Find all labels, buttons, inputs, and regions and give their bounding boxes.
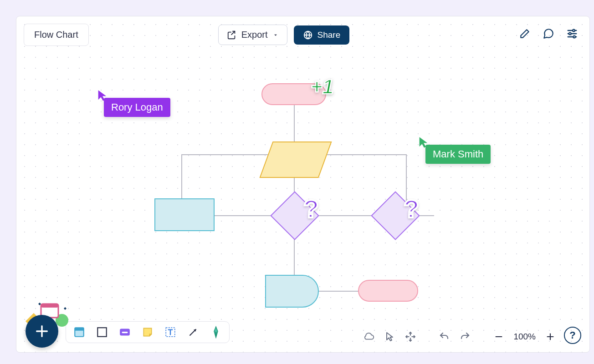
svg-rect-18 xyxy=(122,332,128,333)
zoom-out-button[interactable] xyxy=(492,330,505,343)
document-title[interactable]: Flow Chart xyxy=(24,24,89,46)
collaborator-name-green: Mark Smith xyxy=(433,148,483,160)
pointer-tool-icon[interactable] xyxy=(383,330,396,343)
shape-tray xyxy=(66,321,230,343)
svg-point-5 xyxy=(569,33,571,35)
chevron-down-icon xyxy=(272,32,279,38)
zoom-level[interactable]: 100% xyxy=(513,332,536,342)
reaction-question-left-text: ? xyxy=(303,194,319,223)
tool-card-icon[interactable] xyxy=(118,325,132,339)
cloud-sync-icon[interactable] xyxy=(362,330,375,343)
tool-pen-icon[interactable] xyxy=(209,325,223,339)
share-button[interactable]: Share xyxy=(294,25,350,45)
export-icon xyxy=(227,30,237,40)
export-label: Export xyxy=(241,30,268,40)
svg-rect-15 xyxy=(75,328,84,331)
flow-shape-delay[interactable] xyxy=(265,275,319,308)
collaborator-name-purple: Rory Logan xyxy=(111,101,163,113)
add-shape-button[interactable] xyxy=(26,315,58,348)
svg-point-7 xyxy=(573,36,575,38)
export-button[interactable]: Export xyxy=(218,25,287,45)
svg-rect-16 xyxy=(97,328,107,337)
svg-point-3 xyxy=(573,30,575,32)
reaction-question-right: ? xyxy=(404,194,419,223)
reaction-plus-one-text: +1 xyxy=(311,76,333,98)
reaction-question-right-text: ? xyxy=(404,194,419,223)
plus-icon xyxy=(34,324,50,339)
pan-tool-icon[interactable] xyxy=(404,330,417,343)
flow-shape-terminator-end[interactable] xyxy=(358,280,418,302)
document-title-text: Flow Chart xyxy=(34,30,78,40)
tool-frame-icon[interactable] xyxy=(72,325,86,339)
top-right-controls xyxy=(517,26,579,41)
flow-shape-process[interactable] xyxy=(154,198,215,231)
zoom-in-button[interactable] xyxy=(544,330,557,343)
tool-arrow-icon[interactable] xyxy=(186,325,200,339)
collaborator-label-green: Mark Smith xyxy=(425,145,491,164)
app-frame: Flow Chart Export Share xyxy=(16,16,590,353)
edit-button[interactable] xyxy=(517,26,532,41)
settings-button[interactable] xyxy=(565,26,579,41)
tool-sticky-icon[interactable] xyxy=(141,325,154,339)
redo-button[interactable] xyxy=(459,330,471,343)
help-button[interactable]: ? xyxy=(564,327,581,344)
top-bar: Flow Chart Export Share xyxy=(24,24,349,46)
globe-icon xyxy=(303,30,313,40)
reaction-plus-one: +1 xyxy=(311,76,333,98)
comments-button[interactable] xyxy=(541,26,556,41)
reaction-question-left: ? xyxy=(303,194,319,223)
share-label: Share xyxy=(317,30,341,40)
help-icon: ? xyxy=(569,329,575,341)
view-tray: 100% xyxy=(362,330,557,343)
tool-text-icon[interactable] xyxy=(164,325,177,339)
collaborator-label-purple: Rory Logan xyxy=(104,98,170,117)
tool-rectangle-icon[interactable] xyxy=(95,325,109,339)
undo-button[interactable] xyxy=(438,330,451,343)
svg-rect-21 xyxy=(215,332,217,336)
